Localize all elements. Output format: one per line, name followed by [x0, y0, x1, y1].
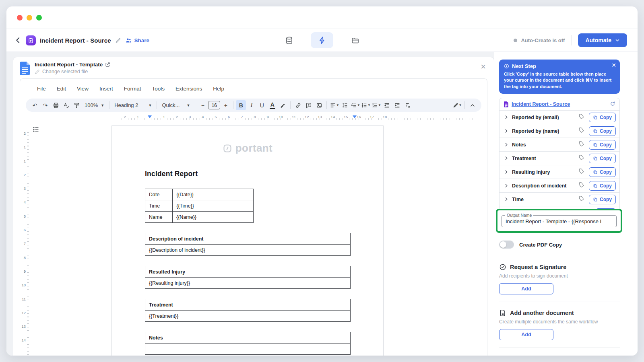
copy-tag-button[interactable]: Copy: [589, 126, 616, 136]
menu-item[interactable]: Tools: [152, 86, 165, 98]
add-comment-button[interactable]: [303, 100, 314, 110]
hide-menus-button[interactable]: [467, 100, 477, 110]
print-button[interactable]: [51, 100, 61, 110]
portant-logo-icon: [223, 144, 232, 153]
workflow-mode-button[interactable]: [311, 32, 333, 48]
document-outline-button[interactable]: [32, 125, 40, 134]
spellcheck-button[interactable]: [61, 100, 71, 110]
increase-indent-button[interactable]: [392, 100, 402, 110]
close-banner-button[interactable]: ✕: [611, 62, 616, 68]
bold-button[interactable]: B: [236, 100, 246, 110]
traffic-light-close[interactable]: [17, 15, 23, 21]
copy-tag-button[interactable]: Copy: [589, 167, 616, 177]
line-spacing-button[interactable]: [340, 100, 350, 110]
editing-mode-button[interactable]: ▼: [452, 100, 462, 110]
numbered-list-icon: [372, 102, 378, 109]
expand-row-button[interactable]: [504, 114, 508, 121]
output-name-field: Output Name: [502, 215, 617, 227]
automate-button[interactable]: Automate: [578, 33, 627, 47]
align-button[interactable]: ▼: [329, 100, 339, 110]
indent-marker-left[interactable]: [148, 115, 152, 118]
expand-row-button[interactable]: [504, 155, 508, 162]
chevron-up-icon: [469, 102, 476, 109]
expand-row-button[interactable]: [504, 141, 508, 148]
traffic-light-minimize[interactable]: [27, 15, 32, 21]
open-file-button[interactable]: [105, 62, 110, 67]
horizontal-ruler[interactable]: 21123456789101112131415161718: [26, 114, 481, 121]
line-spacing-icon: [342, 102, 348, 109]
increase-font-size-button[interactable]: +: [221, 100, 231, 110]
underline-button[interactable]: U: [257, 100, 267, 110]
expand-row-button[interactable]: [504, 169, 508, 176]
add-document-title: Add another document: [510, 310, 574, 316]
source-file-link[interactable]: Incident Report - Source: [512, 101, 570, 107]
refresh-source-button[interactable]: [610, 101, 615, 108]
decrease-font-size-button[interactable]: −: [198, 100, 208, 110]
info-value-cell: {{Date}}: [173, 189, 254, 200]
source-rows: Reported by (email) Copy: [500, 110, 619, 206]
copy-tag-button[interactable]: Copy: [589, 195, 616, 204]
menu-item[interactable]: Help: [213, 86, 224, 98]
copy-tag-button[interactable]: Copy: [589, 113, 616, 122]
indent-icon: [394, 102, 400, 109]
source-field-label: Notes: [512, 142, 526, 148]
menu-item[interactable]: Insert: [99, 86, 113, 98]
expand-row-button[interactable]: [504, 196, 508, 203]
zoom-select[interactable]: 100%▼: [82, 100, 107, 110]
expand-row-button[interactable]: [504, 128, 508, 135]
source-mode-button[interactable]: [278, 32, 300, 48]
copy-tag-button[interactable]: Copy: [589, 181, 616, 191]
undo-button[interactable]: ↶: [30, 100, 40, 110]
text-color-button[interactable]: A: [267, 100, 277, 110]
italic-button[interactable]: I: [246, 100, 256, 110]
highlight-color-button[interactable]: [278, 100, 288, 110]
share-gmail-section[interactable]: Share document via Gmail: [499, 355, 620, 356]
close-panel-button[interactable]: ×: [479, 62, 487, 72]
create-pdf-toggle[interactable]: [499, 241, 514, 249]
output-folder-button[interactable]: [344, 32, 366, 48]
copy-tag-button[interactable]: Copy: [589, 154, 616, 163]
pencil-icon: [35, 69, 40, 74]
docs-canvas: 211234567891011121314 portant Incident R…: [20, 121, 487, 356]
font-size-input[interactable]: 16: [208, 101, 220, 109]
copy-tag-button[interactable]: Copy: [589, 140, 616, 150]
copy-icon: [593, 183, 598, 188]
numbered-list-button[interactable]: ▼: [371, 100, 381, 110]
paragraph-style-select[interactable]: Heading 2▼: [112, 100, 154, 110]
traffic-light-zoom[interactable]: [36, 15, 42, 21]
share-button[interactable]: Share: [125, 37, 150, 44]
checklist-icon: [351, 102, 357, 109]
clear-formatting-button[interactable]: [402, 100, 413, 110]
output-name-input[interactable]: [506, 218, 613, 224]
document-page[interactable]: portant Incident Report Date {{Date}}: [111, 125, 384, 356]
signature-check-icon: [499, 263, 506, 271]
rename-title-button[interactable]: [115, 37, 121, 43]
insert-link-button[interactable]: [293, 100, 303, 110]
change-file-button[interactable]: Change selected file: [35, 69, 110, 74]
decrease-indent-button[interactable]: [382, 100, 392, 110]
copy-icon: [593, 170, 598, 175]
add-signature-button[interactable]: Add: [499, 283, 553, 294]
indent-marker-right[interactable]: [353, 115, 357, 118]
menu-item[interactable]: File: [37, 86, 46, 98]
docs-menubar: FileEditViewInsertFormatToolsExtensionsH…: [20, 79, 487, 98]
menu-item[interactable]: Format: [124, 86, 141, 98]
bulleted-list-button[interactable]: ▼: [361, 100, 371, 110]
redo-button[interactable]: ↷: [40, 100, 50, 110]
checklist-button[interactable]: ▼: [350, 100, 360, 110]
back-button[interactable]: [14, 37, 22, 44]
menu-item[interactable]: View: [77, 86, 89, 98]
source-field-label: Treatment: [512, 156, 536, 161]
copy-icon: [593, 197, 598, 202]
paint-format-button[interactable]: [72, 100, 82, 110]
add-document-button[interactable]: Add: [499, 329, 553, 340]
font-select[interactable]: Quick...▼: [159, 100, 192, 110]
menu-item[interactable]: Edit: [57, 86, 66, 98]
menu-item[interactable]: Extensions: [175, 86, 202, 98]
tag-icon: [578, 127, 584, 135]
expand-row-button[interactable]: [504, 182, 508, 189]
document-title: Incident Report: [145, 170, 350, 178]
vertical-ruler[interactable]: 211234567891011121314: [21, 131, 27, 352]
chevron-right-icon: [504, 142, 508, 147]
insert-image-button[interactable]: [314, 100, 324, 110]
